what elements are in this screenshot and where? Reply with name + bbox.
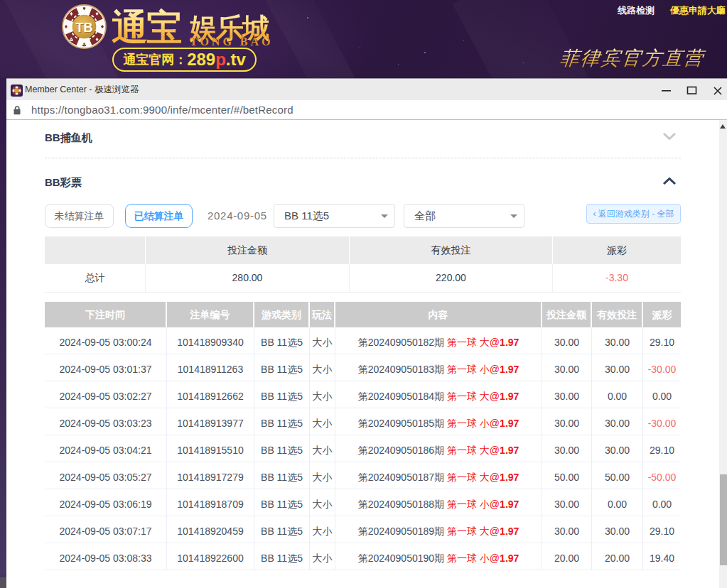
svg-text:TB: TB <box>76 21 93 35</box>
